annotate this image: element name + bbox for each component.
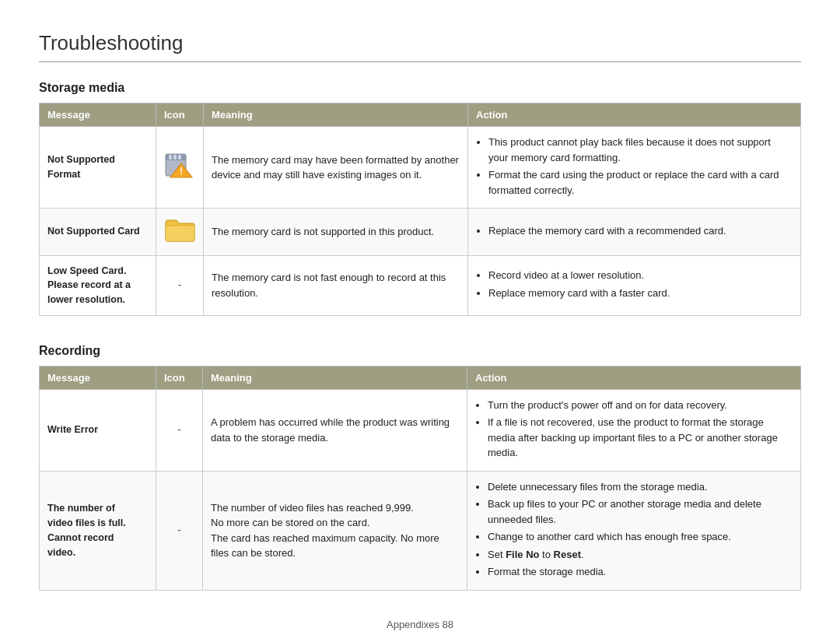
- rec-row2-meaning: The number of video files has reached 9,…: [203, 471, 467, 590]
- storage-media-table: Message Icon Meaning Action Not Supporte…: [39, 103, 801, 316]
- svg-text:!: !: [180, 166, 183, 177]
- rec-row1-meaning: A problem has occurred while the product…: [203, 389, 467, 471]
- storage-row3-meaning: The memory card is not fast enough to re…: [204, 255, 468, 315]
- dash-icon: -: [177, 524, 181, 536]
- storage-row2-action: Replace the memory card with a recommend…: [468, 209, 801, 256]
- table-row: Write Error - A problem has occurred whi…: [40, 389, 801, 471]
- dash-icon: -: [177, 423, 181, 436]
- storage-row1-message: Not SupportedFormat: [40, 127, 156, 209]
- storage-media-heading: Storage media: [39, 81, 801, 95]
- svg-rect-2: [169, 155, 172, 160]
- storage-row1-action: This product cannot play back files beca…: [468, 127, 801, 209]
- rec-row1-message: Write Error: [40, 389, 156, 471]
- storage-row2-icon: [156, 209, 204, 256]
- rec-col-icon: Icon: [156, 366, 203, 389]
- recording-table: Message Icon Meaning Action Write Error …: [39, 366, 801, 591]
- storage-media-section: Storage media Message Icon Meaning Actio…: [39, 81, 801, 316]
- rec-row2-action: Delete unnecessary files from the storag…: [467, 471, 801, 590]
- storage-row2-meaning: The memory card is not supported in this…: [204, 209, 468, 256]
- svg-rect-3: [173, 155, 177, 160]
- storage-row3-action: Record video at a lower resolution. Repl…: [468, 255, 801, 315]
- storage-row3-message: Low Speed Card.Please record at alower r…: [40, 255, 156, 315]
- rec-col-message: Message: [40, 366, 156, 389]
- storage-col-icon: Icon: [156, 103, 204, 127]
- rec-row2-icon: -: [156, 471, 203, 590]
- storage-col-message: Message: [40, 103, 156, 127]
- folder-icon: [164, 216, 195, 243]
- table-row: The number ofvideo files is full.Cannot …: [40, 471, 801, 590]
- svg-rect-4: [178, 155, 181, 160]
- storage-row1-meaning: The memory card may have been formatted …: [204, 127, 468, 209]
- page-title: Troubleshooting: [39, 31, 801, 62]
- recording-heading: Recording: [39, 344, 801, 358]
- rec-row1-action: Turn the product's power off and on for …: [467, 389, 801, 471]
- storage-col-action: Action: [468, 103, 801, 127]
- memory-card-warning-icon: !: [164, 151, 195, 179]
- table-row: Low Speed Card.Please record at alower r…: [40, 255, 801, 315]
- rec-col-action: Action: [467, 366, 801, 389]
- dash-icon: -: [178, 279, 182, 291]
- recording-section: Recording Message Icon Meaning Action Wr…: [39, 344, 801, 591]
- rec-row1-icon: -: [156, 389, 203, 471]
- storage-row1-icon: !: [156, 127, 204, 209]
- rec-row2-message: The number ofvideo files is full.Cannot …: [40, 471, 156, 590]
- table-row: Not SupportedFormat !: [40, 127, 801, 209]
- storage-row3-icon: -: [156, 255, 204, 315]
- storage-row2-message: Not Supported Card: [40, 209, 156, 256]
- storage-col-meaning: Meaning: [204, 103, 468, 127]
- rec-col-meaning: Meaning: [203, 366, 467, 389]
- storage-media-header-row: Message Icon Meaning Action: [40, 103, 801, 127]
- recording-header-row: Message Icon Meaning Action: [40, 366, 801, 389]
- table-row: Not Supported Card The memory card is no…: [40, 209, 801, 256]
- page-footer: Appendixes 88: [39, 619, 801, 630]
